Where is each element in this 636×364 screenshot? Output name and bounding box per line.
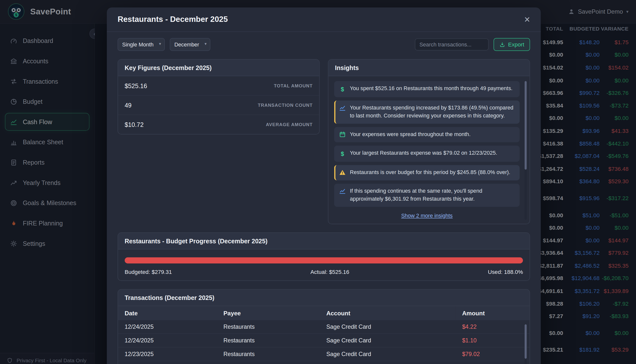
transaction-payee: Restaurants xyxy=(217,361,320,364)
insight-text: Restaurants is over budget for this peri… xyxy=(350,169,510,176)
modal-header: Restaurants - December 2025 × xyxy=(107,8,541,32)
transactions-panel: Transactions (December 2025) Date Payee … xyxy=(118,289,530,364)
close-icon[interactable]: × xyxy=(524,14,530,24)
insight-item: Restaurants is over budget for this peri… xyxy=(334,165,519,180)
transactions-scrollbar-thumb[interactable] xyxy=(525,324,527,359)
chart-icon xyxy=(339,105,346,112)
transaction-date: 12/23/2025 xyxy=(118,361,217,364)
transaction-payee: Restaurants xyxy=(217,347,320,361)
insight-text: Your expenses were spread throughout the… xyxy=(350,130,471,138)
insight-text: You spent $525.16 on Restaurants this mo… xyxy=(350,85,512,92)
column-header-account: Account xyxy=(320,306,455,320)
budget-progress-panel: Restaurants - Budget Progress (December … xyxy=(118,232,530,281)
transaction-amount: $4.22 xyxy=(456,320,530,334)
dollar-icon: $ xyxy=(339,85,346,94)
column-header-date: Date xyxy=(118,306,217,320)
key-figures-panel: Key Figures (December 2025) $525.16 TOTA… xyxy=(118,59,320,134)
transaction-date: 12/24/2025 xyxy=(118,334,217,347)
app-root: $ SavePoint SavePoint Demo ▾ ‹ Dashboard… xyxy=(0,0,636,364)
modal-controls: Single Month ▾ December ▾ Export xyxy=(107,32,541,56)
show-more-insights-link[interactable]: Show 2 more insights xyxy=(334,210,519,220)
transaction-account: Sage Credit Card xyxy=(320,361,455,364)
transaction-amount: $79.02 xyxy=(456,347,530,361)
transaction-row[interactable]: 12/23/2025RestaurantsSage Credit Card$49… xyxy=(118,361,530,364)
column-header-amount: Amount xyxy=(456,306,530,320)
transactions-header-row: Date Payee Account Amount xyxy=(118,306,530,320)
transactions-table-wrap: Date Payee Account Amount 12/24/2025Rest… xyxy=(118,306,530,364)
transaction-date: 12/23/2025 xyxy=(118,347,217,361)
transaction-amount: $1.10 xyxy=(456,334,530,347)
search-input[interactable] xyxy=(415,38,489,50)
insights-scrollbar-thumb[interactable] xyxy=(525,81,527,170)
dollar-icon: $ xyxy=(339,150,346,158)
insight-item: If this spending continues at the same r… xyxy=(334,184,519,207)
export-button-label: Export xyxy=(508,42,524,48)
transactions-scrollbar[interactable] xyxy=(525,324,527,364)
budget-progress-title: Restaurants - Budget Progress (December … xyxy=(118,233,530,249)
transactions-table: Date Payee Account Amount 12/24/2025Rest… xyxy=(118,306,530,364)
insight-text: Your Restaurants spending increased by $… xyxy=(350,104,515,120)
budget-progress-bar xyxy=(125,257,523,264)
key-figures-title: Key Figures (December 2025) xyxy=(118,60,319,76)
transaction-account: Sage Credit Card xyxy=(320,334,455,347)
month-select[interactable]: December xyxy=(170,38,210,51)
modal-title: Restaurants - December 2025 xyxy=(118,15,228,24)
key-figure-label: TOTAL AMOUNT xyxy=(274,83,313,88)
budget-progress-track xyxy=(125,257,523,264)
transaction-payee: Restaurants xyxy=(217,320,320,334)
transaction-row[interactable]: 12/24/2025RestaurantsSage Credit Card$1.… xyxy=(118,334,530,347)
key-figure-value: $10.72 xyxy=(125,121,143,128)
insight-item: Your expenses were spread throughout the… xyxy=(334,127,519,142)
transaction-account: Sage Credit Card xyxy=(320,320,455,334)
insight-item: $You spent $525.16 on Restaurants this m… xyxy=(334,81,519,97)
download-icon xyxy=(499,42,505,47)
key-figure-row: $10.72 AVERAGE AMOUNT xyxy=(118,115,319,134)
chart-icon xyxy=(339,188,346,194)
modal-body: Key Figures (December 2025) $525.16 TOTA… xyxy=(107,56,541,364)
column-header-payee: Payee xyxy=(217,306,320,320)
used-label: Used: 188.0% xyxy=(488,269,523,275)
calendar-icon xyxy=(339,131,346,138)
key-figure-value: 49 xyxy=(125,102,131,108)
insight-text: If this spending continues at the same r… xyxy=(350,188,515,203)
insight-item: Your Restaurants spending increased by $… xyxy=(334,100,519,124)
key-figure-label: AVERAGE AMOUNT xyxy=(266,122,313,127)
export-button[interactable]: Export xyxy=(494,38,530,51)
warning-icon xyxy=(339,169,346,176)
insights-list: $You spent $525.16 on Restaurants this m… xyxy=(328,76,530,224)
period-type-select[interactable]: Single Month xyxy=(118,38,165,51)
category-detail-modal: Restaurants - December 2025 × Single Mon… xyxy=(107,8,541,364)
key-figure-label: TRANSACTION COUNT xyxy=(258,102,313,108)
transaction-amount: $49.11 xyxy=(456,361,530,364)
transactions-title: Transactions (December 2025) xyxy=(118,290,530,306)
transactions-table-body: 12/24/2025RestaurantsSage Credit Card$4.… xyxy=(118,320,530,364)
insight-text: Your largest Restaurants expense was $79… xyxy=(350,149,497,157)
insights-title: Insights xyxy=(328,60,530,76)
transaction-row[interactable]: 12/24/2025RestaurantsSage Credit Card$4.… xyxy=(118,320,530,334)
key-figure-row: $525.16 TOTAL AMOUNT xyxy=(118,76,319,96)
insights-scrollbar[interactable] xyxy=(525,81,527,220)
budgeted-label: Budgeted: $279.31 xyxy=(125,269,172,275)
key-figure-value: $525.16 xyxy=(125,82,147,89)
transaction-row[interactable]: 12/23/2025RestaurantsSage Credit Card$79… xyxy=(118,347,530,361)
budget-progress-body: Budgeted: $279.31 Actual: $525.16 Used: … xyxy=(118,249,530,280)
budget-progress-labels: Budgeted: $279.31 Actual: $525.16 Used: … xyxy=(125,269,523,275)
insight-item: $Your largest Restaurants expense was $7… xyxy=(334,146,519,162)
insights-panel: Insights $You spent $525.16 on Restauran… xyxy=(328,59,530,224)
transaction-account: Sage Credit Card xyxy=(320,347,455,361)
transaction-date: 12/24/2025 xyxy=(118,320,217,334)
actual-label: Actual: $525.16 xyxy=(310,269,349,275)
transaction-payee: Restaurants xyxy=(217,334,320,347)
key-figure-row: 49 TRANSACTION COUNT xyxy=(118,96,319,115)
